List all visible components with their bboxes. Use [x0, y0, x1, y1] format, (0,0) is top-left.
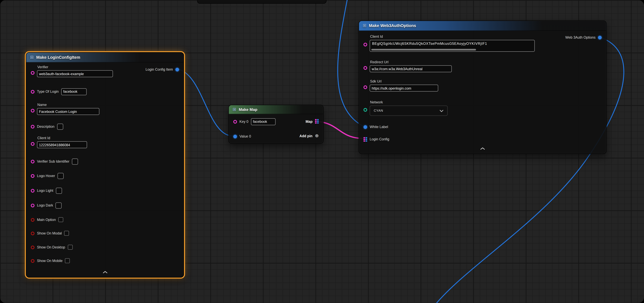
node-make-web3authoptions[interactable]: ⊞ Make Web3AuthOptions Web 3Auth Options…	[358, 20, 606, 154]
type-of-login-input[interactable]	[61, 88, 86, 95]
node-title: Make LoginConfigItem	[36, 55, 80, 60]
input-pin-show-on-mobile[interactable]	[31, 259, 34, 263]
input-pin-redirect-url[interactable]	[364, 66, 367, 70]
main-option-checkbox[interactable]	[58, 217, 63, 222]
field-row-show-on-desktop: Show On Desktop	[31, 244, 72, 251]
output-row-web3auth-options: Web 3Auth Options	[566, 35, 602, 40]
field-label-verifier: Verifier	[38, 65, 113, 69]
input-pin-show-on-modal[interactable]	[31, 232, 34, 235]
name-input[interactable]	[37, 108, 99, 115]
client-id-input[interactable]	[37, 141, 87, 148]
blueprint-editor-stage: ⊞ Make LoginConfigItem Login Config Item…	[0, 0, 644, 303]
chevron-up-icon	[102, 271, 108, 274]
field-row-show-on-mobile: Show On Mobile	[31, 257, 70, 264]
show-on-desktop-checkbox[interactable]	[68, 245, 72, 250]
input-pin-verifier-sub-identifier[interactable]	[31, 160, 34, 163]
make-struct-icon: ⊞	[362, 24, 366, 28]
web3auth-client-id-input[interactable]: BEglQSgt4cUWcj6SKRdu5QkOXTsePmMcusG5EAoy…	[370, 40, 535, 52]
input-pin-logo-hover[interactable]	[31, 174, 34, 178]
blueprint-graph-canvas[interactable]: ⊞ Make LoginConfigItem Login Config Item…	[0, 0, 644, 303]
field-row-type-of-login: Type Of Login	[31, 88, 86, 95]
field-label-logo-dark: Logo Dark	[37, 203, 53, 207]
input-pin-login-config[interactable]	[364, 137, 367, 142]
input-pin-value-0[interactable]	[233, 134, 237, 138]
output-pin-login-config-item[interactable]	[176, 68, 179, 71]
field-label-type-of-login: Type Of Login	[37, 90, 59, 94]
field-label-login-config: Login Config	[370, 137, 389, 141]
input-pin-description[interactable]	[31, 124, 34, 128]
redirect-url-input[interactable]	[370, 65, 452, 72]
field-row-logo-dark: Logo Dark	[31, 202, 62, 209]
field-label-show-on-desktop: Show On Desktop	[37, 245, 65, 249]
output-pin-map[interactable]	[315, 119, 319, 124]
key-0-input[interactable]	[251, 118, 276, 125]
verifier-sub-identifier-input[interactable]	[72, 158, 78, 164]
input-pin-client-id[interactable]	[31, 142, 34, 146]
field-row-description: Description	[31, 123, 63, 130]
input-pin-key-0[interactable]	[233, 120, 237, 124]
output-row-login-config-item: Login Config Item	[146, 67, 179, 72]
chevron-down-icon	[440, 110, 444, 112]
field-row-key-0: Key 0	[233, 118, 276, 125]
node-make-loginconfigitem[interactable]: ⊞ Make LoginConfigItem Login Config Item…	[26, 52, 184, 278]
output-pin-label-map: Map	[306, 119, 312, 124]
verifier-input[interactable]	[37, 70, 113, 77]
show-on-mobile-checkbox[interactable]	[65, 258, 70, 263]
field-label-show-on-modal: Show On Modal	[37, 231, 62, 235]
node-title: Make Map	[239, 107, 257, 112]
node-make-map[interactable]: ⊞ Make Map Key 0 Map Value 0 Add pin ⊕	[228, 105, 324, 144]
input-horizontal-scrollbar[interactable]	[371, 49, 476, 50]
show-on-modal-checkbox[interactable]	[64, 231, 69, 236]
node-header-make-web3authoptions[interactable]: ⊞ Make Web3AuthOptions	[359, 21, 606, 31]
field-label-sdk-url: Sdk Url	[370, 79, 438, 83]
input-pin-main-option[interactable]	[31, 218, 34, 222]
make-map-icon: ⊞	[232, 107, 236, 112]
sdk-url-input[interactable]	[370, 84, 438, 92]
input-pin-sdk-url[interactable]	[364, 85, 367, 89]
logo-light-input[interactable]	[56, 188, 62, 194]
add-pin-row: Add pin ⊕	[300, 134, 319, 138]
input-pin-type-of-login[interactable]	[31, 90, 34, 94]
field-row-login-config: Login Config	[364, 135, 389, 144]
field-row-client-id: Client Id	[31, 136, 87, 148]
field-row-show-on-modal: Show On Modal	[31, 230, 69, 237]
network-dropdown[interactable]: CYAN	[370, 106, 448, 116]
collapse-node-button[interactable]	[480, 144, 485, 152]
node-title: Make Web3AuthOptions	[369, 24, 416, 28]
input-pin-logo-light[interactable]	[31, 188, 34, 192]
output-pin-web3auth-options[interactable]	[598, 36, 602, 39]
make-struct-icon: ⊞	[30, 55, 34, 60]
node-header-make-map[interactable]: ⊞ Make Map	[229, 105, 323, 114]
field-row-verifier: Verifier	[31, 65, 113, 77]
logo-hover-input[interactable]	[58, 173, 64, 179]
output-row-map: Map	[306, 119, 319, 124]
input-pin-name[interactable]	[31, 109, 34, 112]
description-input[interactable]	[57, 124, 63, 130]
field-label-logo-light: Logo Light	[37, 188, 53, 192]
collapse-node-button[interactable]	[102, 268, 108, 275]
field-label-redirect-url: Redirect Url	[370, 60, 452, 64]
output-pin-label: Web 3Auth Options	[566, 35, 596, 40]
input-pin-white-label[interactable]	[364, 125, 367, 129]
input-pin-logo-dark[interactable]	[31, 204, 34, 207]
field-row-name: Name	[31, 103, 99, 115]
logo-dark-input[interactable]	[56, 202, 62, 208]
field-row-network: Network CYAN	[364, 100, 448, 116]
field-row-logo-light: Logo Light	[31, 187, 62, 194]
add-pin-button[interactable]: ⊕	[315, 134, 319, 138]
offscreen-node-edge[interactable]	[197, 0, 326, 4]
input-pin-network[interactable]	[364, 108, 367, 112]
input-pin-verifier[interactable]	[31, 71, 34, 75]
field-row-sdk-url: Sdk Url	[364, 79, 438, 92]
field-label-logo-hover: Logo Hover	[37, 174, 55, 178]
input-pin-show-on-desktop[interactable]	[31, 245, 34, 249]
field-label-white-label: White Label	[370, 125, 388, 129]
field-row-value-0: Value 0	[233, 132, 251, 140]
field-label-value-0: Value 0	[240, 134, 251, 138]
input-pin-client-id[interactable]	[364, 43, 367, 46]
node-header-make-loginconfigitem[interactable]: ⊞ Make LoginConfigItem	[26, 52, 184, 62]
field-row-logo-hover: Logo Hover	[31, 172, 64, 180]
field-label-client-id: Client Id	[370, 34, 535, 38]
field-row-white-label: White Label	[364, 123, 388, 131]
field-label-client-id: Client Id	[38, 136, 87, 140]
